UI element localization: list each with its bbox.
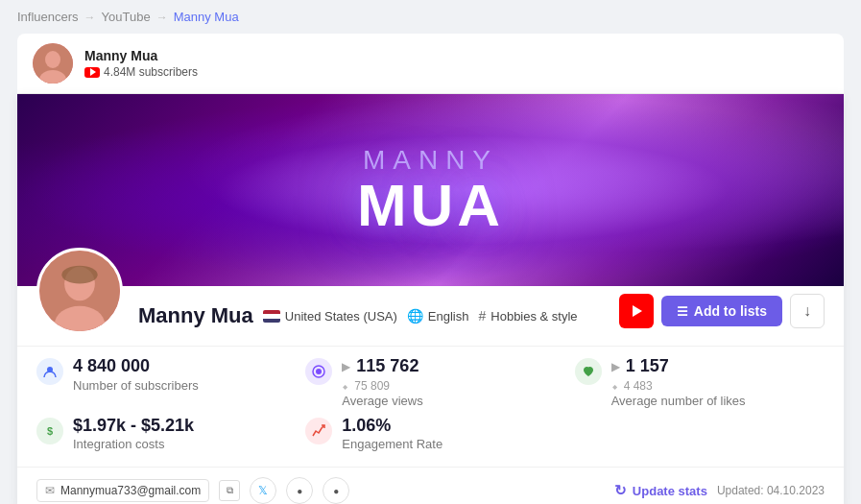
engagement-value: 1.06% <box>342 416 442 437</box>
globe-icon: 🌐 <box>407 308 423 324</box>
social-button-1[interactable]: ● <box>286 477 313 504</box>
updated-timestamp: Updated: 04.10.2023 <box>717 484 825 497</box>
channel-header-card: Manny Mua 4.84M subscribers <box>17 34 844 94</box>
banner-text: MANNY MUA <box>357 145 504 235</box>
stat-engagement: 1.06% Engagement Rate <box>305 416 555 452</box>
likes-sub-value: 4 483 <box>624 379 653 393</box>
svg-point-8 <box>316 369 322 374</box>
breadcrumb: Influencers → YouTube → Manny Mua <box>0 0 861 34</box>
costs-label: Integration costs <box>73 437 194 451</box>
country-label: United States (USA) <box>285 309 397 324</box>
profile-banner: MANNY MUA <box>17 94 844 286</box>
hash-icon: # <box>478 308 486 324</box>
youtube-icon-small <box>84 67 100 78</box>
views-icon <box>305 358 332 385</box>
flag-icon <box>263 310 280 323</box>
header-yt-badge: 4.84M subscribers <box>84 65 198 79</box>
likes-content: ▶ 1 157 ⬥ 4 483 Average number of likes <box>611 356 746 408</box>
breadcrumb-influencers[interactable]: Influencers <box>17 10 79 24</box>
likes-label: Average number of likes <box>611 394 746 408</box>
stat-views: ▶ 115 762 ⬥ 75 809 Average views <box>305 356 555 408</box>
breadcrumb-arrow-1: → <box>84 11 96 24</box>
breadcrumb-arrow-2: → <box>156 11 168 24</box>
add-to-lists-button[interactable]: ☰ Add to lists <box>661 296 782 326</box>
subscribers-content: 4 840 000 Number of subscribers <box>73 356 199 393</box>
costs-value: $1.97k - $5.21k <box>73 416 194 437</box>
category-tag: # Hobbies & style <box>478 308 577 324</box>
stat-costs: $ $1.97k - $5.21k Integration costs <box>36 416 286 452</box>
copy-email-button[interactable]: ⧉ <box>219 480 240 501</box>
envelope-icon: ✉ <box>45 484 55 497</box>
header-subscribers: 4.84M subscribers <box>104 65 198 79</box>
email-chip: ✉ Mannymua733@gmail.com <box>36 479 209 502</box>
views-sub-value: 75 809 <box>354 379 390 393</box>
country-tag: United States (USA) <box>263 309 397 324</box>
svg-text:$: $ <box>47 425 53 437</box>
engagement-icon <box>305 418 332 444</box>
profile-card: MANNY MUA Manny Mua United States (USA) <box>17 94 844 504</box>
views-main-value: 115 762 <box>356 356 419 377</box>
stats-area: 4 840 000 Number of subscribers ▶ 115 76… <box>17 346 844 467</box>
views-label: Average views <box>342 394 422 408</box>
language-label: English <box>428 309 469 324</box>
banner-title-main: MUA <box>357 176 504 235</box>
influencer-name: Manny Mua <box>138 303 253 328</box>
footer-bar: ✉ Mannymua733@gmail.com ⧉ 𝕏 ● ● ↻ Update… <box>17 467 844 504</box>
stat-subscribers: 4 840 000 Number of subscribers <box>36 356 286 408</box>
list-icon: ☰ <box>677 304 688 319</box>
subscribers-icon <box>36 358 63 385</box>
subscribers-label: Number of subscribers <box>73 378 199 393</box>
email-address: Mannymua733@gmail.com <box>60 484 201 497</box>
engagement-label: Engagement Rate <box>342 437 442 451</box>
svg-point-1 <box>45 51 60 68</box>
engagement-content: 1.06% Engagement Rate <box>342 416 442 452</box>
update-stats-button[interactable]: ↻ Update stats <box>614 482 707 499</box>
breadcrumb-current: Manny Mua <box>174 10 239 24</box>
youtube-button[interactable] <box>619 294 654 328</box>
breadcrumb-youtube[interactable]: YouTube <box>102 10 151 24</box>
category-label: Hobbies & style <box>490 309 577 324</box>
likes-icon <box>575 358 602 385</box>
profile-avatar <box>36 248 123 334</box>
profile-meta: Manny Mua United States (USA) 🌐 English … <box>138 303 604 334</box>
action-buttons: ☰ Add to lists ↓ <box>619 294 825 334</box>
stat-likes: ▶ 1 157 ⬥ 4 483 Average number of likes <box>575 356 825 408</box>
update-stats-label: Update stats <box>633 484 707 498</box>
refresh-icon: ↻ <box>614 482 627 499</box>
views-content: ▶ 115 762 ⬥ 75 809 Average views <box>342 356 422 408</box>
costs-content: $1.97k - $5.21k Integration costs <box>73 416 194 452</box>
twitter-button[interactable]: 𝕏 <box>250 477 276 504</box>
header-avatar <box>33 43 73 84</box>
social-button-2[interactable]: ● <box>323 477 349 504</box>
profile-row: Manny Mua United States (USA) 🌐 English … <box>36 286 825 346</box>
subscribers-value: 4 840 000 <box>73 356 199 377</box>
costs-icon: $ <box>36 418 63 444</box>
profile-info-area: Manny Mua United States (USA) 🌐 English … <box>17 286 844 346</box>
download-button[interactable]: ↓ <box>790 294 825 328</box>
language-tag: 🌐 English <box>407 308 469 324</box>
svg-point-6 <box>61 266 97 284</box>
add-to-lists-label: Add to lists <box>694 303 767 319</box>
header-channel-name: Manny Mua <box>84 48 198 63</box>
likes-main-value: 1 157 <box>626 356 669 377</box>
